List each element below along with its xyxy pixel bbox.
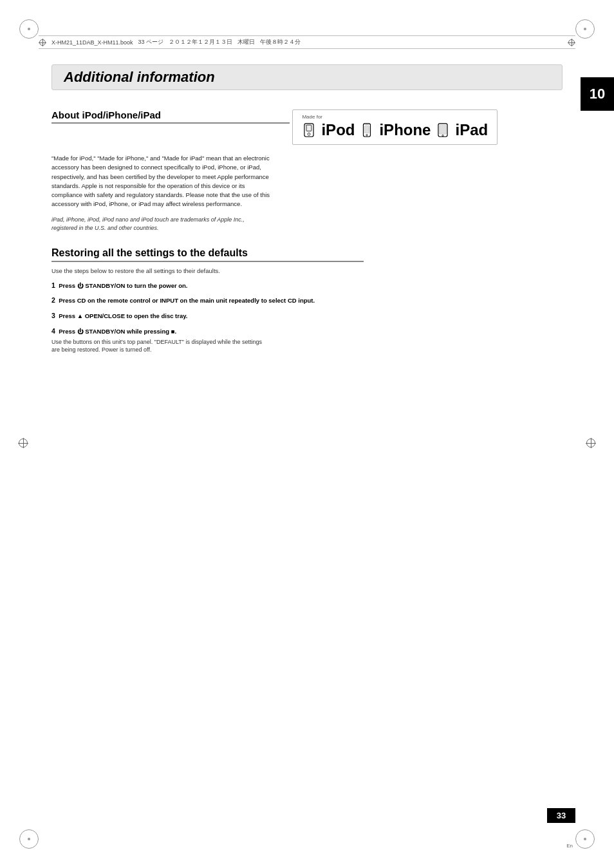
step-4-number: 4: [51, 327, 55, 335]
ipad-icon: [436, 123, 450, 137]
print-filename: X-HM21_11DAB_X-HM11.book: [51, 39, 133, 46]
made-for-badge: Made for iPod iPhone: [292, 109, 498, 145]
chapter-tab: 10: [581, 77, 614, 111]
ipod-section-title: About iPod/iPhone/iPad: [51, 109, 290, 124]
restore-intro: Use the steps below to restore the all s…: [51, 267, 563, 274]
made-for-label: Made for: [302, 114, 488, 120]
svg-point-3: [306, 125, 307, 126]
svg-rect-10: [440, 125, 447, 134]
step-3: 3 Press ▲ OPEN/CLOSE to open the disc tr…: [51, 311, 563, 321]
step-4-text: Press ⏻ STANDBY/ON while pressing ■.: [59, 328, 176, 335]
restore-section: Restoring all the settings to the defaul…: [51, 247, 563, 354]
step-2-text: Press CD on the remote control or INPUT …: [59, 297, 315, 304]
page-lang: En: [566, 843, 573, 849]
svg-rect-2: [307, 125, 312, 131]
print-date: ２０１２年１２月１３日: [169, 38, 232, 46]
made-for-devices: iPod iPhone iPad: [302, 121, 488, 139]
main-content: Additional information About iPod/iPhone…: [51, 64, 563, 816]
page-number-area: 33 En: [566, 843, 575, 849]
page-number-box: 33: [547, 808, 575, 823]
ipad-label: iPad: [455, 121, 488, 139]
step-4: 4 Press ⏻ STANDBY/ON while pressing ■. U…: [51, 326, 563, 354]
step-2: 2 Press CD on the remote control or INPU…: [51, 296, 563, 306]
chapter-number: 10: [590, 86, 605, 102]
ipod-section: About iPod/iPhone/iPad Made for iPod: [51, 109, 563, 233]
corner-mark-tl: [19, 19, 39, 39]
iphone-icon: [360, 123, 374, 137]
page-number: 33: [557, 811, 566, 820]
step-1-number: 1: [51, 281, 55, 289]
ipod-icon: [302, 123, 316, 137]
iphone-label: iPhone: [379, 121, 431, 139]
section-title-bar: Additional information: [51, 64, 563, 90]
step-1-text: Press ⏻ STANDBY/ON to turn the power on.: [59, 282, 187, 289]
corner-mark-bl: [19, 829, 39, 849]
corner-mark-br: [575, 829, 595, 849]
print-day: 木曜日: [237, 38, 255, 46]
print-info-bar: X-HM21_11DAB_X-HM11.book 33 ページ ２０１２年１２月…: [39, 35, 575, 49]
section-title: Additional information: [64, 69, 215, 86]
corner-mark-tr: [575, 19, 595, 39]
restore-section-title: Restoring all the settings to the defaul…: [51, 247, 364, 262]
trademark-text: iPad, iPhone, iPod, iPod nano and iPod t…: [51, 216, 270, 233]
print-page: 33 ページ: [138, 38, 164, 46]
ipod-body-text: "Made for iPod," "Made for iPhone," and …: [51, 154, 270, 209]
step-3-number: 3: [51, 312, 55, 319]
step-2-number: 2: [51, 296, 55, 304]
crosshair-mid-left: [18, 438, 28, 448]
step-1: 1 Press ⏻ STANDBY/ON to turn the power o…: [51, 281, 563, 291]
svg-rect-7: [365, 126, 370, 133]
svg-rect-6: [365, 124, 369, 125]
crosshair-mid-right: [586, 438, 596, 448]
step-3-text: Press ▲ OPEN/CLOSE to open the disc tray…: [59, 312, 187, 319]
ipod-label: iPod: [321, 121, 355, 139]
step-4-body: Use the buttons on this unit's top panel…: [51, 338, 270, 354]
print-time: 午後８時２４分: [260, 38, 301, 46]
